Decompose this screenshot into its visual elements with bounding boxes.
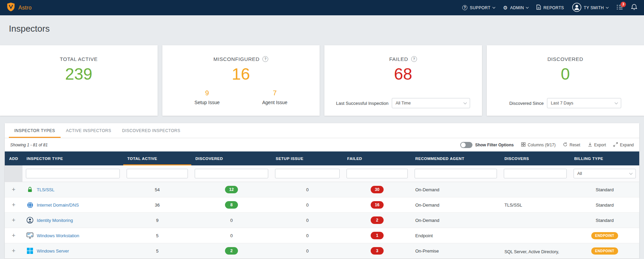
chevron-down-icon <box>629 172 633 175</box>
nav-reports-link[interactable]: REPORTS <box>536 4 564 11</box>
col-header-billing-type[interactable]: BILLING TYPE <box>570 151 639 165</box>
add-row-button[interactable]: + <box>9 217 18 224</box>
filter-setup-issue-input[interactable] <box>275 169 340 178</box>
windows-icon <box>27 248 33 254</box>
discovers-cell <box>500 213 570 228</box>
agent-issue-label: Agent Issue <box>262 100 287 105</box>
recommended-agent-cell: On-Demand <box>411 213 500 228</box>
setup-issue-cell: 0 <box>272 228 343 243</box>
discovered-since-label: Discovered Since <box>509 101 544 106</box>
brand-name: Astro <box>18 5 32 11</box>
card-title: DISCOVERED <box>547 56 583 62</box>
chevron-down-icon <box>606 6 609 9</box>
total-active-cell: 36 <box>123 197 191 213</box>
col-header-discovered[interactable]: DISCOVERED <box>191 151 272 165</box>
last-successful-inspection-label: Last Successful Inspection <box>336 101 388 106</box>
col-header-add[interactable]: ADD <box>5 151 22 165</box>
filter-recommended-agent-input[interactable] <box>415 169 497 178</box>
filter-total-active-input[interactable] <box>127 169 188 178</box>
chevron-down-icon <box>464 101 467 104</box>
table-row: + Identity Monitoring 9 0 0 2 On-Demand … <box>5 213 639 228</box>
setup-issue-cell: 0 <box>272 243 343 259</box>
showing-count: Showing 1 - 81 of 81 <box>10 143 48 147</box>
filter-billing-type-select[interactable]: All <box>574 169 636 178</box>
reset-icon <box>563 142 567 148</box>
lock-icon <box>27 187 33 193</box>
help-icon: ? <box>462 5 467 10</box>
billing-type-cell: Standard <box>570 213 639 228</box>
failed-pill: 30 <box>371 186 384 193</box>
endpoint-billing-badge: ENDPOINT <box>591 232 618 239</box>
setup-issue-cell: 0 <box>272 182 343 197</box>
columns-button[interactable]: Columns (9/17) <box>521 142 556 148</box>
inspector-type-link[interactable]: Windows Workstation <box>37 233 79 238</box>
inspector-type-link[interactable]: TLS/SSL <box>37 187 54 192</box>
card-failed: FAILED ? 68 Last Successful Inspection A… <box>324 45 482 116</box>
bell-icon <box>631 4 637 12</box>
table-row: + Windows Server 5 2 0 3 On-Premise SQL … <box>5 243 639 259</box>
report-doc-icon <box>536 4 541 11</box>
filter-inspector-type-input[interactable] <box>26 169 120 178</box>
nav-admin-menu[interactable]: ⚙ ADMIN <box>503 5 529 10</box>
add-row-button[interactable]: + <box>9 247 18 255</box>
top-navbar: Astro ? SUPPORT ⚙ ADMIN REPORTS TY SMITH <box>0 0 644 15</box>
inspector-type-link[interactable]: Internet Domain/DNS <box>37 203 79 208</box>
discovered-pill: 8 <box>225 201 238 209</box>
identity-icon <box>27 217 33 224</box>
filter-discovered-input[interactable] <box>195 169 268 178</box>
expand-button[interactable]: Expand <box>613 142 634 148</box>
last-successful-inspection-select[interactable]: All Time <box>392 98 470 108</box>
failed-pill: 3 <box>371 247 384 255</box>
add-row-button[interactable]: + <box>9 201 18 209</box>
endpoint-billing-badge: ENDPOINT <box>591 247 618 255</box>
col-header-discovers[interactable]: DISCOVERS <box>500 151 570 165</box>
tasks-list-button[interactable]: 3 <box>616 4 623 11</box>
columns-grid-icon <box>521 142 526 148</box>
failed-value: 68 <box>324 66 482 82</box>
tab-discovered-inspectors[interactable]: DISCOVERED INSPECTORS <box>117 123 186 138</box>
discovered-since-select[interactable]: Last 7 Days <box>547 98 621 108</box>
brand[interactable]: Astro <box>7 2 32 13</box>
total-active-cell: 54 <box>123 182 191 197</box>
setup-issue-cell: 0 <box>272 213 343 228</box>
col-header-failed[interactable]: FAILED <box>343 151 411 165</box>
card-title: TOTAL ACTIVE <box>60 56 98 62</box>
show-filter-options-toggle[interactable]: Show Filter Options <box>460 142 514 148</box>
chevron-down-icon <box>526 6 529 9</box>
total-active-cell: 9 <box>123 213 191 228</box>
col-header-total-active[interactable]: TOTAL ACTIVE <box>123 151 191 165</box>
card-total-active: TOTAL ACTIVE 239 <box>0 45 158 116</box>
total-active-cell: 5 <box>123 228 191 243</box>
help-icon[interactable]: ? <box>411 56 417 62</box>
setup-issue-cell: 0 <box>272 197 343 213</box>
inspector-type-link[interactable]: Identity Monitoring <box>37 218 73 223</box>
discovered-pill: 2 <box>225 247 238 255</box>
gear-icon: ⚙ <box>503 5 508 10</box>
add-row-button[interactable]: + <box>9 186 18 193</box>
col-header-setup-issue[interactable]: SETUP ISSUE <box>272 151 343 165</box>
toggle-knob <box>461 143 466 147</box>
agent-issue-stat: 7 Agent Issue <box>262 89 287 105</box>
toggle-track[interactable] <box>460 142 472 148</box>
discovers-cell: SQL Server, Active Directory, <box>500 243 570 259</box>
help-icon[interactable]: ? <box>262 56 268 62</box>
nav-support-menu[interactable]: ? SUPPORT <box>462 5 495 10</box>
billing-type-cell: Standard <box>570 197 639 213</box>
export-download-icon <box>588 142 592 148</box>
discovers-cell: TLS/SSL <box>500 197 570 213</box>
reset-button[interactable]: Reset <box>563 142 580 148</box>
tab-active-inspectors[interactable]: ACTIVE INSPECTORS <box>61 123 117 138</box>
notifications-bell-button[interactable] <box>631 4 637 12</box>
col-header-inspector-type[interactable]: INSPECTOR TYPE <box>22 151 123 165</box>
col-header-recommended-agent[interactable]: RECOMMENDED AGENT <box>411 151 500 165</box>
stat-cards: TOTAL ACTIVE 239 MISCONFIGURED ? 16 9 Se… <box>0 45 644 116</box>
inspector-type-link[interactable]: Windows Server <box>37 248 69 254</box>
filter-discovers-input[interactable] <box>504 169 567 178</box>
export-button[interactable]: Export <box>588 142 606 148</box>
nav-user-menu[interactable]: TY SMITH <box>572 3 608 13</box>
filter-failed-input[interactable] <box>347 169 408 178</box>
tab-inspector-types[interactable]: INSPECTOR TYPES <box>9 123 61 138</box>
chevron-down-icon <box>493 6 495 9</box>
setup-issue-stat: 9 Setup Issue <box>194 89 220 105</box>
add-row-button[interactable]: + <box>9 232 18 239</box>
